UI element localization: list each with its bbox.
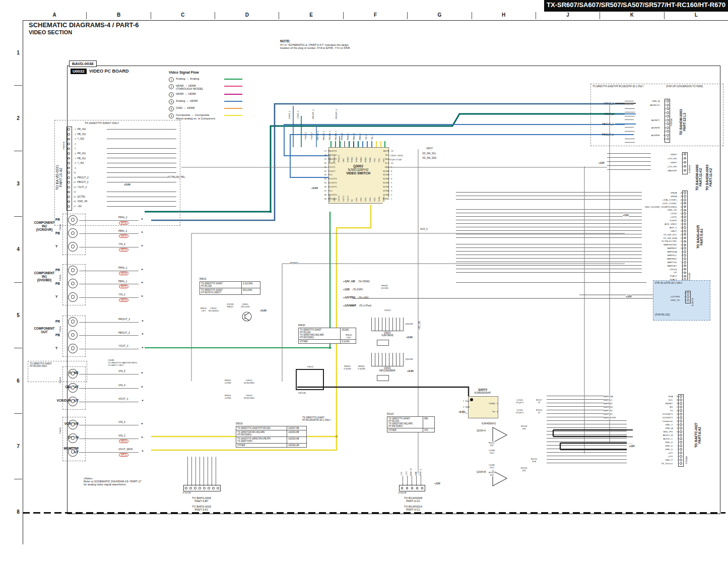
- pin-number: 1: [459, 400, 465, 402]
- pin-row: 7: [634, 122, 669, 126]
- pin-label: GND: [366, 166, 389, 168]
- pin-number: 3: [70, 138, 78, 140]
- waveform-tag: WF25: [119, 234, 128, 238]
- pin-row: +12VTRG2: [658, 295, 689, 298]
- label-12v-e: +12V: [434, 482, 440, 485]
- net-label: PBOUT_2: [316, 121, 322, 140]
- pin-number: 10: [70, 171, 78, 174]
- pin-number: 1: [678, 169, 684, 172]
- arrow-icon: ►: [141, 371, 144, 374]
- pin-label: NC: [351, 188, 356, 202]
- bcaf-dest1: TO BCAF0008 PART-3:C2: [389, 496, 437, 503]
- pin-row: 1 PR_IN2: [68, 127, 168, 132]
- pin-row: 4: [68, 142, 168, 147]
- pin-circle: [684, 272, 686, 274]
- pin-label: Vout: [465, 400, 470, 402]
- label-d9001: D9001 RL1N4003: [209, 307, 219, 312]
- pin-label: ADINCV2: [634, 104, 660, 106]
- wire: [79, 374, 139, 374]
- bavd-destination: TO BA VD-0031 PART-15:A2: [55, 142, 62, 213]
- table-row: OTHER470: [387, 428, 435, 432]
- wire: [615, 123, 636, 124]
- pin-label: +12V: [627, 452, 674, 454]
- rca-jack: [68, 420, 78, 429]
- jack-row: PBPBIN_2►WF25: [28, 227, 179, 241]
- label-r2109: R2109 22K: [521, 425, 527, 430]
- pin-number: 13: [674, 420, 680, 422]
- signal-label: VIN_4: [118, 384, 126, 387]
- ic-pin-row: 33VCC: [314, 173, 352, 177]
- pin-label: GNDP: [651, 153, 678, 156]
- grid-row-label: 3: [14, 151, 22, 217]
- label-r9610-list: R9610 LIST: [201, 307, 207, 312]
- legend-item-number: 5: [169, 106, 174, 111]
- port-label: PB: [55, 333, 60, 337]
- pin-row: +12V3: [604, 455, 682, 458]
- label-c2103: C2103 47Q/6.3: [516, 409, 523, 414]
- pin-row: VD_SW_SCL14: [642, 233, 686, 236]
- p2001b-ref: P2001B: [688, 262, 691, 280]
- rca-jack: [68, 397, 78, 406]
- pin-circle: [684, 202, 686, 205]
- pin-number: 12: [70, 181, 78, 183]
- pin-number: 16: [70, 200, 78, 203]
- pin-row: MMPDETINTDCKDET214: [604, 416, 682, 419]
- pin-number: 17: [70, 205, 78, 208]
- pin-label: GND_A: [627, 427, 674, 429]
- models-cell: OTHER: [299, 340, 341, 344]
- legend-item-label: Composite → Composite: [176, 113, 224, 116]
- pin-label: SYOUT1: [329, 188, 334, 202]
- pin-number: 3: [678, 271, 684, 274]
- pin-label: +12V_HD: [651, 165, 678, 168]
- arrow-icon: ►: [141, 294, 144, 297]
- pin-row: GND_VD21: [642, 208, 686, 212]
- pin-number: 10: [389, 162, 397, 164]
- label-r2117: R2117 22: [536, 399, 542, 404]
- pin-number: 11: [660, 138, 667, 140]
- value-cell: UDZS7.5B: [287, 426, 307, 430]
- pin-label: GND_IPD: [627, 430, 674, 433]
- opamp-a-ref: Q2004-A: [477, 429, 486, 432]
- signal-label: VOUT_2: [593, 102, 615, 105]
- pin-label: +5VD_CODEC: [642, 202, 678, 205]
- label-5v-a: +5.0V: [124, 183, 130, 186]
- port-label: Y: [55, 346, 57, 350]
- label-q9001: Q9001 2SC2235: [241, 303, 249, 308]
- pin-label: +12VTRG: [658, 295, 681, 298]
- pin-label: YIN3: [374, 148, 378, 162]
- grid-column-label: D: [215, 12, 279, 19]
- pin-number: 38: [314, 194, 328, 196]
- pin-label: FCTRL/DCTRL: [642, 240, 678, 242]
- pin-number: 4: [389, 185, 397, 188]
- models-cell: TX-SR507/TX-SA507 HT-R670/TX-SR577: [200, 288, 242, 295]
- pin-number: 1: [389, 198, 397, 200]
- label-12v-a: +12V: [599, 161, 605, 164]
- pin-circle: [684, 206, 686, 208]
- external-net-label: MMPDET: [604, 413, 627, 415]
- pin-row: AUDIO_R9: [604, 433, 682, 437]
- pin-label: GND_VD: [642, 209, 678, 211]
- pin-circle: [684, 209, 686, 212]
- pin-number: 4: [660, 111, 667, 114]
- pin-label: FLAC2: [642, 275, 678, 277]
- pin-row: MMPSCLSCL19: [604, 398, 682, 402]
- label-d9011b: D9011B: [298, 392, 306, 394]
- pin-number: 4: [495, 410, 503, 413]
- pin-label: V+: [465, 412, 468, 414]
- pin-label: POFF2: [642, 219, 678, 222]
- pin-circle: [667, 122, 669, 125]
- arrow-icon: ►: [141, 281, 144, 284]
- pin-label: GND_VD: [78, 200, 88, 203]
- grid-row-label: 8: [14, 479, 22, 544]
- ic-bottom-pins: SYOUT1GNDVOUT3VOUT2VOUT1NCVIN1VIN2VIN3VI…: [329, 188, 387, 202]
- waveform-tag: WF26: [119, 272, 128, 275]
- label-12v-c: +12V: [626, 295, 632, 298]
- net-label: YIN_2: [365, 121, 371, 140]
- pin-number: 11: [678, 243, 684, 246]
- jack-row: VIN_3►: [28, 418, 179, 432]
- d9016-note: TX-SR607/TX-SA607 HT-RC160/DTR-30.1 ONLY: [302, 416, 330, 421]
- models-cell: OTHER: [236, 444, 287, 448]
- wire: [79, 220, 139, 221]
- pin-label: VD_SW_SDA: [642, 237, 678, 239]
- opamp-b-ref: Q2004-B: [477, 471, 486, 473]
